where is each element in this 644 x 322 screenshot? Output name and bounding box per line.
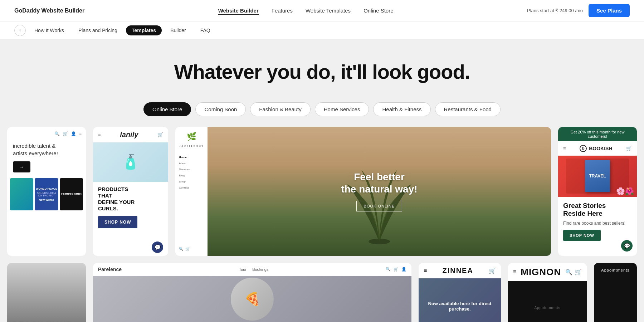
nav-item-website-templates[interactable]: Website Templates <box>306 8 351 14</box>
template-card-beach-wave[interactable]: BEACH WAVE <box>7 263 86 322</box>
pill-fashion-beauty[interactable]: Fashion & Beauty <box>250 102 310 116</box>
artist-image-3: Featured Artist <box>60 178 83 210</box>
artist-image-1 <box>10 178 33 210</box>
parelence-hero-image: 🍕 <box>93 276 411 322</box>
lanily-footer: 💬 <box>93 239 168 256</box>
acutouch-nav-services[interactable]: Services <box>179 167 204 172</box>
parelence-cart-icon: 🛒 <box>394 267 399 272</box>
pill-health-fitness[interactable]: Health & Fitness <box>373 102 430 116</box>
acutouch-nav-about[interactable]: About <box>179 161 204 166</box>
mignon-search-icon: 🔍 <box>565 269 572 275</box>
sub-nav-how-it-works[interactable]: How It Works <box>29 25 70 35</box>
acutouch-sidebar: 🌿 ACUTOUCH Home About Services Blog Shop… <box>175 127 208 256</box>
user-icon: 👤 <box>71 131 76 136</box>
parelence-nav: Tour Bookings <box>239 267 269 272</box>
bookish-logo-circle: B <box>580 145 587 152</box>
bookish-hero-image: TRAVEL 🌸🌺 <box>558 156 637 197</box>
bookish-logo: B BOOKISH <box>580 145 612 152</box>
pill-home-services[interactable]: Home Services <box>315 102 369 116</box>
beach-wave-title: BEACH WAVE <box>12 320 81 322</box>
main-nav-links: Website Builder Features Website Templat… <box>218 8 394 14</box>
acutouch-search-icon: 🔍 <box>179 247 183 251</box>
template-card-acutouch[interactable]: 🌿 ACUTOUCH Home About Services Blog Shop… <box>175 127 551 256</box>
bookish-menu-icon: ≡ <box>563 146 566 151</box>
artist-cta-link[interactable]: → <box>13 161 30 172</box>
parelence-nav-tour[interactable]: Tour <box>239 267 247 272</box>
bookish-chat-button[interactable]: 💬 <box>621 240 633 252</box>
hero-headline: Whatever you do, it'll look good. <box>7 61 637 83</box>
bookish-shop-button[interactable]: SHOP NOW <box>563 230 601 241</box>
acutouch-nav-blog[interactable]: Blog <box>179 173 204 178</box>
template-card-lanily[interactable]: ≡ lanily 🛒 🧴 PRODUCTS THAT DEFINE YOUR C… <box>93 127 168 256</box>
scroll-up-button[interactable]: ↑ <box>14 25 26 36</box>
mignon-header: ≡ MIGNON 🔍 🛒 <box>508 263 587 281</box>
acutouch-nav-contact[interactable]: Contact <box>179 185 204 190</box>
pill-coming-soon[interactable]: Coming Soon <box>195 102 246 116</box>
zinnea-logo: ZINNEA <box>442 267 473 275</box>
acutouch-nav-shop[interactable]: Shop <box>179 179 204 184</box>
template-card-parelence[interactable]: Parelence Tour Bookings 🔍 🛒 👤 🍕 <box>93 263 411 322</box>
parelence-user-icon: 👤 <box>401 267 406 272</box>
zinnea-menu-icon: ≡ <box>424 267 427 274</box>
acutouch-overlay-content: Feel better the natural way! BOOK ONLINE <box>208 127 551 256</box>
nav-item-website-builder[interactable]: Website Builder <box>218 8 259 14</box>
artist-card-content: incredible talent &artists everywhere! → <box>7 139 86 175</box>
sub-nav-templates[interactable]: Templates <box>126 25 162 35</box>
acutouch-logo-text: ACUTOUCH <box>179 144 204 148</box>
template-card-mignon[interactable]: ≡ MIGNON 🔍 🛒 Appointments <box>508 263 587 322</box>
pill-online-store[interactable]: Online Store <box>143 102 191 116</box>
bookish-title: Great Stories Reside Here <box>563 202 632 218</box>
hero-section: Whatever you do, it'll look good. <box>0 39 644 94</box>
lanily-header: ≡ lanily 🛒 <box>93 127 168 142</box>
artist-tagline: incredible talent &artists everywhere! <box>13 142 80 157</box>
template-card-bookish[interactable]: Get 20% off this month for new customers… <box>558 127 637 256</box>
nav-item-features[interactable]: Features <box>272 8 293 14</box>
artist-image-2: WORLD PEACE SOUNDS LIKE A DIY PROJECT Ne… <box>35 178 58 210</box>
templates-grid: 🔍 🛒 👤 ≡ incredible talent &artists every… <box>0 127 644 322</box>
template-card-artist[interactable]: 🔍 🛒 👤 ≡ incredible talent &artists every… <box>7 127 86 256</box>
travel-book-cover: TRAVEL <box>585 160 610 192</box>
artist-img2-sub: New Works <box>39 198 54 201</box>
acutouch-headline: Feel better the natural way! <box>341 171 417 195</box>
template-card-zinnea[interactable]: ≡ ZINNEA 🛒 Now available here for direct… <box>419 263 501 322</box>
sub-nav-plans-pricing[interactable]: Plans and Pricing <box>73 25 123 35</box>
parelence-icons: 🔍 🛒 👤 <box>386 267 406 272</box>
zinnea-overlay: Now available here for direct purchase. <box>419 278 501 322</box>
acutouch-nav-home[interactable]: Home <box>179 155 204 160</box>
lanily-chat-button[interactable]: 💬 <box>152 241 163 253</box>
nav-item-online-store[interactable]: Online Store <box>364 8 393 14</box>
sub-nav-faq[interactable]: FAQ <box>195 25 216 35</box>
bookish-promo-banner: Get 20% off this month for new customers… <box>558 127 637 141</box>
acutouch-book-button[interactable]: BOOK ONLINE <box>356 201 402 211</box>
lanily-content: PRODUCTS THAT DEFINE YOUR CURLS. SHOP NO… <box>93 182 168 239</box>
zinnea-cart-icon: 🛒 <box>489 267 496 274</box>
lanily-cart-icon: 🛒 <box>157 132 163 137</box>
lanily-hero-image: 🧴 <box>93 142 168 182</box>
templates-row-2: BEACH WAVE Parelence Tour Bookings 🔍 🛒 👤… <box>7 263 637 322</box>
bookish-header: ≡ B BOOKISH 🛒 <box>558 141 637 156</box>
zinnea-hero-image: Now available here for direct purchase. <box>419 278 501 322</box>
artist-img2-label1: WORLD PEACE <box>36 187 57 190</box>
food-plate-graphic: 🍕 <box>231 278 274 321</box>
plans-price-text: Plans start at ₹ 249.00 /mo <box>527 8 583 13</box>
cart-icon: 🛒 <box>63 131 68 136</box>
mignon-logo: MIGNON <box>521 267 561 278</box>
category-filter-pills: Online Store Coming Soon Fashion & Beaut… <box>0 94 644 127</box>
parelence-nav-bookings[interactable]: Bookings <box>252 267 268 272</box>
see-plans-button[interactable]: See Plans <box>589 4 630 17</box>
bookish-cart-icon: 🛒 <box>626 146 632 151</box>
mignon-content-text: Appointments <box>534 306 560 310</box>
site-logo: GoDaddy Website Builder <box>14 8 84 14</box>
top-navigation: GoDaddy Website Builder Website Builder … <box>0 0 644 21</box>
lanily-shop-button[interactable]: SHOP NOW <box>98 216 137 228</box>
pill-restaurants-food[interactable]: Restaurants & Food <box>435 102 501 116</box>
sub-nav-builder[interactable]: Builder <box>165 25 192 35</box>
sub-navigation: ↑ How It Works Plans and Pricing Templat… <box>0 21 644 39</box>
template-card-appointments[interactable]: Appointments <box>594 263 637 322</box>
artist-card-toolbar: 🔍 🛒 👤 ≡ <box>7 127 86 139</box>
mignon-icons: 🔍 🛒 <box>565 269 582 275</box>
parelence-header: Parelence Tour Bookings 🔍 🛒 👤 <box>93 263 411 276</box>
acutouch-bottom-icons: 🔍 🛒 <box>179 247 204 251</box>
acutouch-logo-icon: 🌿 <box>179 132 204 141</box>
acutouch-cart-icon: 🛒 <box>185 247 190 251</box>
